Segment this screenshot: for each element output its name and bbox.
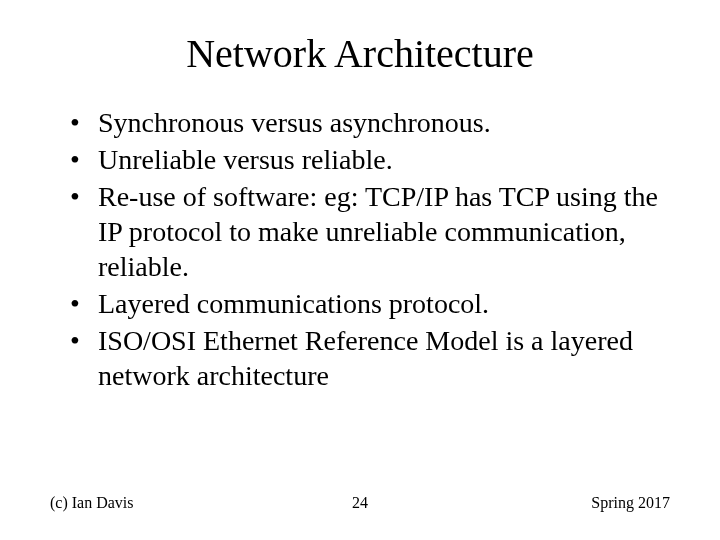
bullet-list: Synchronous versus asynchronous. Unrelia… — [50, 105, 670, 393]
list-item: Synchronous versus asynchronous. — [70, 105, 670, 140]
footer-page-number: 24 — [352, 494, 368, 512]
list-item: Re-use of software: eg: TCP/IP has TCP u… — [70, 179, 670, 284]
slide-footer: (c) Ian Davis 24 Spring 2017 — [50, 494, 670, 512]
list-item: ISO/OSI Ethernet Reference Model is a la… — [70, 323, 670, 393]
slide-title: Network Architecture — [50, 30, 670, 77]
footer-term: Spring 2017 — [591, 494, 670, 512]
list-item: Unreliable versus reliable. — [70, 142, 670, 177]
list-item: Layered communications protocol. — [70, 286, 670, 321]
footer-copyright: (c) Ian Davis — [50, 494, 134, 512]
